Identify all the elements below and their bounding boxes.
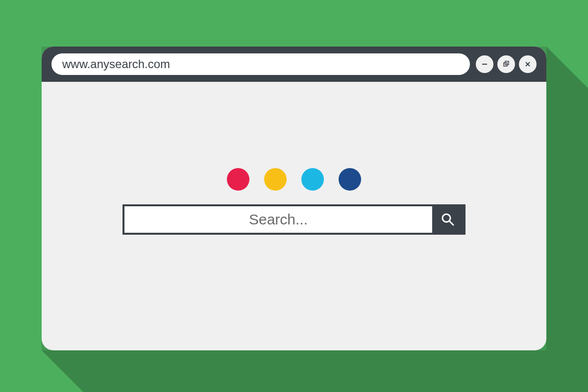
- search-box: [122, 204, 466, 235]
- maximize-icon: [502, 60, 510, 68]
- search-engine-logo: [227, 168, 361, 191]
- search-input[interactable]: [124, 206, 432, 233]
- minimize-button[interactable]: [476, 55, 493, 73]
- window-controls: [476, 55, 537, 73]
- logo-dot-red: [227, 168, 249, 191]
- browser-window: [42, 47, 546, 350]
- address-bar[interactable]: [51, 53, 470, 75]
- search-button[interactable]: [432, 206, 464, 233]
- maximize-button[interactable]: [497, 55, 515, 73]
- svg-line-6: [449, 221, 453, 225]
- logo-dot-blue: [301, 168, 324, 191]
- search-icon: [440, 212, 456, 227]
- minimize-icon: [481, 60, 489, 68]
- browser-titlebar: [42, 47, 546, 82]
- page-content: [42, 82, 546, 350]
- logo-dot-yellow: [264, 168, 287, 191]
- close-button[interactable]: [519, 55, 537, 73]
- logo-dot-navy: [339, 168, 361, 191]
- close-icon: [524, 60, 532, 68]
